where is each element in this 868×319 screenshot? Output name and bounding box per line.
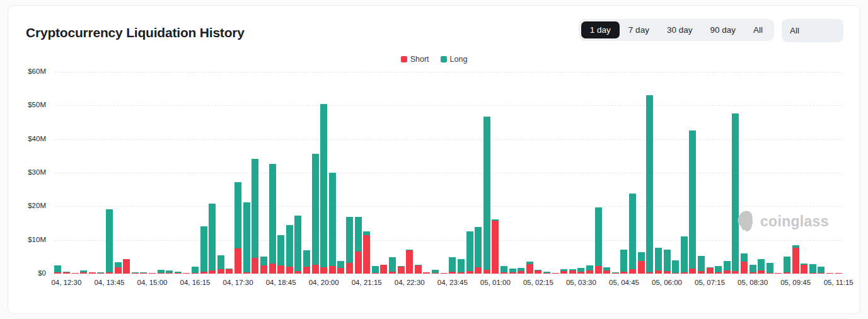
range-button-all[interactable]: All xyxy=(744,21,772,38)
bar[interactable] xyxy=(758,259,765,274)
bar[interactable] xyxy=(672,260,679,274)
bar[interactable] xyxy=(123,259,130,274)
bar[interactable] xyxy=(638,252,645,274)
bar[interactable] xyxy=(200,226,207,274)
range-button-30-day[interactable]: 30 day xyxy=(658,21,702,38)
legend-item-short[interactable]: Short xyxy=(401,55,429,64)
bar[interactable] xyxy=(741,253,748,274)
bar[interactable] xyxy=(115,262,122,274)
bar[interactable] xyxy=(277,235,284,274)
legend-item-long[interactable]: Long xyxy=(441,55,468,64)
bar[interactable] xyxy=(483,117,490,274)
bar[interactable] xyxy=(415,265,422,274)
bar[interactable] xyxy=(337,261,344,274)
bar[interactable] xyxy=(749,265,756,274)
bar[interactable] xyxy=(346,217,353,274)
bar[interactable] xyxy=(54,265,61,274)
bar[interactable] xyxy=(586,265,593,274)
bar[interactable] xyxy=(809,264,816,274)
bar[interactable] xyxy=(432,270,439,274)
bar[interactable] xyxy=(543,272,550,274)
bar[interactable] xyxy=(801,264,807,274)
bar[interactable] xyxy=(226,269,233,274)
bar[interactable] xyxy=(707,267,714,274)
bar[interactable] xyxy=(501,266,507,274)
bar[interactable] xyxy=(389,257,396,274)
bar[interactable] xyxy=(312,154,319,274)
bar[interactable] xyxy=(243,202,250,274)
bar[interactable] xyxy=(526,262,533,274)
bar[interactable] xyxy=(775,273,782,274)
bar[interactable] xyxy=(475,227,482,274)
bar[interactable] xyxy=(603,267,610,274)
bar[interactable] xyxy=(552,273,559,274)
bar[interactable] xyxy=(509,269,516,274)
range-button-1-day[interactable]: 1 day xyxy=(581,21,620,38)
bar[interactable] xyxy=(767,263,773,274)
bar[interactable] xyxy=(423,272,430,274)
bar[interactable] xyxy=(149,273,156,274)
bar[interactable] xyxy=(183,273,190,274)
bar[interactable] xyxy=(303,250,310,274)
bar[interactable] xyxy=(363,231,370,274)
bar[interactable] xyxy=(63,272,70,274)
bar[interactable] xyxy=(449,257,456,274)
bar[interactable] xyxy=(681,236,688,274)
bar[interactable] xyxy=(441,273,448,274)
bar[interactable] xyxy=(835,273,842,274)
bar[interactable] xyxy=(698,256,705,274)
bar[interactable] xyxy=(732,113,739,274)
bar[interactable] xyxy=(492,219,499,274)
symbol-filter-dropdown[interactable]: All xyxy=(782,19,843,42)
bar[interactable] xyxy=(192,267,199,274)
bar[interactable] xyxy=(398,266,405,274)
bar[interactable] xyxy=(166,270,173,274)
range-button-90-day[interactable]: 90 day xyxy=(701,21,744,38)
bar[interactable] xyxy=(715,266,722,274)
bar[interactable] xyxy=(97,272,104,274)
bar[interactable] xyxy=(664,250,671,274)
bar[interactable] xyxy=(784,257,790,274)
bar[interactable] xyxy=(89,272,96,274)
bar[interactable] xyxy=(629,194,636,274)
bar[interactable] xyxy=(329,173,336,274)
bar[interactable] xyxy=(217,255,224,274)
bar[interactable] xyxy=(689,130,696,274)
bar[interactable] xyxy=(818,267,825,274)
bar[interactable] xyxy=(595,207,602,274)
bar[interactable] xyxy=(260,257,267,274)
bar[interactable] xyxy=(80,270,87,274)
bar[interactable] xyxy=(612,272,619,274)
bar[interactable] xyxy=(106,209,113,274)
bar[interactable] xyxy=(792,245,799,274)
bar[interactable] xyxy=(724,261,731,274)
bar[interactable] xyxy=(518,268,524,274)
bar[interactable] xyxy=(294,216,301,274)
bar[interactable] xyxy=(269,164,276,274)
bar[interactable] xyxy=(140,272,147,274)
bar[interactable] xyxy=(380,265,387,274)
bar[interactable] xyxy=(655,248,662,274)
bar[interactable] xyxy=(560,269,567,274)
bar[interactable] xyxy=(320,104,327,274)
bar[interactable] xyxy=(620,250,627,274)
bar[interactable] xyxy=(72,273,79,274)
bar[interactable] xyxy=(234,182,241,274)
bar[interactable] xyxy=(175,272,182,274)
bar[interactable] xyxy=(535,270,541,274)
bar[interactable] xyxy=(286,225,293,274)
bar[interactable] xyxy=(826,273,833,274)
range-button-7-day[interactable]: 7 day xyxy=(620,21,658,38)
bar[interactable] xyxy=(355,217,362,274)
bar[interactable] xyxy=(569,269,576,274)
bar[interactable] xyxy=(209,204,216,274)
bar[interactable] xyxy=(646,95,653,274)
bar[interactable] xyxy=(132,272,139,274)
bar[interactable] xyxy=(466,231,473,274)
bar[interactable] xyxy=(372,266,379,274)
bar[interactable] xyxy=(458,259,465,274)
bar[interactable] xyxy=(577,268,584,274)
bar[interactable] xyxy=(406,250,413,274)
bar[interactable] xyxy=(252,159,258,274)
bar[interactable] xyxy=(158,270,165,274)
